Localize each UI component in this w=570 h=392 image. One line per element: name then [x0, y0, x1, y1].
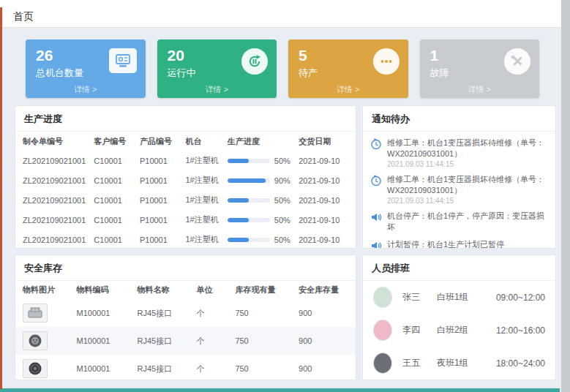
column-header: 交货日期 — [299, 136, 348, 147]
safety-qty: 900 — [299, 364, 348, 373]
safety-stock-panel: 安全库存 物料图片 物料编码 物料名称 单位 库存现有量 安全库存量 M1000… — [15, 255, 356, 380]
notification-item[interactable]: 机台停产：机台1停产，停产原因：变压器损坏 — [370, 211, 548, 233]
customer-no: C10001 — [94, 216, 140, 225]
panel-title: 生产进度 — [15, 106, 356, 132]
notification-text: 维修工单：机台1变压器损坏待维修（单号：WX202109031001） — [387, 174, 548, 195]
table-row: M100001 RJ45接口 个 750 900 — [15, 355, 356, 380]
column-header: 客户编号 — [94, 136, 140, 147]
speaker-photo — [23, 359, 48, 378]
column-header: 物料编码 — [77, 284, 138, 295]
ellipsis-icon — [373, 48, 400, 75]
delivery-date: 2021-09-10 — [299, 216, 348, 225]
stat-card-total-machines[interactable]: 26 总机台数量 详情 > — [26, 39, 146, 98]
notification-item[interactable]: 维修工单：机台1变压器损坏待维修（单号：WX202109031001） 2021… — [370, 174, 548, 205]
window-edge-right — [561, 0, 570, 392]
customer-no: C10001 — [94, 176, 140, 185]
safety-qty: 900 — [299, 309, 348, 317]
progress-bar — [228, 178, 270, 183]
order-no: ZL202109021001 — [23, 196, 94, 205]
notification-text: 维修工单：机台1变压器损坏待维修（单号：WX202109031001） — [387, 137, 548, 159]
product-no: P10001 — [140, 157, 186, 165]
machine: 1#注塑机 — [186, 234, 228, 245]
clock-icon — [370, 138, 382, 150]
notification-body: 机台停产：机台1停产，停产原因：变压器损坏 — [387, 211, 548, 233]
page-header: 首页 — [0, 0, 561, 28]
material-name: RJ45接口 — [138, 363, 197, 374]
order-no: ZL202109021001 — [23, 216, 94, 225]
panel-title: 安全库存 — [15, 255, 356, 281]
stat-card-running[interactable]: 20 运行中 详情 > — [157, 39, 277, 98]
progress-bar — [228, 198, 270, 203]
progress-cell: 90% — [228, 176, 299, 185]
column-header: 单位 — [197, 284, 236, 295]
notification-body: 计划暂停：机台1生产计划已暂停 2021.09.03 11:44:15 — [387, 239, 504, 249]
notification-list: 维修工单：机台1变压器损坏待维修（单号：WX202109031001） 2021… — [363, 132, 555, 249]
order-no: ZL202109021001 — [23, 235, 94, 244]
speaker-icon — [370, 211, 382, 223]
staff-name: 王五 — [402, 357, 437, 369]
progress-label: 50% — [274, 196, 290, 205]
machine-icon — [109, 48, 137, 73]
staff-shift: 夜班1组 — [437, 357, 496, 369]
product-no: P10001 — [140, 176, 186, 185]
staff-row: 李四 白班2组 12:00~16:00 — [363, 314, 555, 347]
progress-label: 90% — [274, 176, 290, 185]
staff-shift: 白班2组 — [437, 324, 496, 336]
progress-cell: 50% — [228, 216, 299, 225]
order-no: ZL202109021001 — [23, 157, 94, 165]
table-row: M100001 RJ45接口 个 750 900 — [15, 299, 356, 327]
column-header: 物料图片 — [23, 284, 77, 295]
panel-title: 人员排班 — [363, 255, 555, 281]
product-no: P10001 — [140, 216, 186, 225]
column-header: 生产进度 — [228, 136, 299, 147]
product-no: P10001 — [140, 235, 186, 244]
stat-card-fault[interactable]: 1 故障 详情 > — [420, 39, 540, 98]
detail-link[interactable]: 详情 > — [288, 84, 408, 95]
progress-cell: 50% — [228, 235, 299, 244]
table-row: ZL202109021001 C10001 P10001 1#注塑机 50% 2… — [15, 190, 356, 210]
material-image-cell — [23, 359, 77, 378]
delivery-date: 2021-09-10 — [299, 157, 348, 165]
stat-label: 运行中 — [168, 67, 196, 80]
notification-body: 维修工单：机台1变压器损坏待维修（单号：WX202109031001） 2021… — [387, 137, 548, 168]
table-row: ZL202109021001 C10001 P10001 1#注塑机 50% 2… — [15, 230, 356, 249]
unit: 个 — [197, 336, 236, 347]
staff-time: 12:00~16:00 — [496, 325, 545, 336]
detail-link[interactable]: 详情 > — [157, 84, 277, 95]
detail-link[interactable]: 详情 > — [26, 84, 146, 95]
stat-card-waiting[interactable]: 5 待产 详情 > — [288, 39, 408, 98]
stat-value: 26 — [36, 47, 83, 64]
clock-icon — [370, 175, 382, 186]
staff-schedule-panel: 人员排班 张三 白班1组 09:00~12:00 李四 白班2组 12:00~1… — [362, 255, 556, 380]
notification-text: 计划暂停：机台1生产计划已暂停 — [387, 239, 504, 249]
stock-qty: 750 — [235, 309, 299, 317]
detail-link[interactable]: 详情 > — [420, 84, 540, 95]
delivery-date: 2021-09-10 — [299, 235, 348, 244]
staff-row: 张三 白班1组 09:00~12:00 — [363, 281, 555, 314]
stat-info: 1 故障 — [430, 47, 449, 80]
notification-item[interactable]: 维修工单：机台1变压器损坏待维修（单号：WX202109031001） 2021… — [370, 137, 548, 168]
product-no: P10001 — [140, 196, 186, 205]
staff-row: 王五 夜班1组 18:00~24:00 — [363, 347, 555, 380]
table-header: 物料图片 物料编码 物料名称 单位 库存现有量 安全库存量 — [15, 281, 356, 299]
material-code: M100001 — [77, 309, 138, 317]
tools-icon — [504, 48, 530, 75]
notification-time: 2021.09.03 11:44:15 — [387, 160, 548, 168]
window-edge-left — [0, 7, 2, 389]
unit: 个 — [197, 363, 236, 374]
avatar — [373, 320, 392, 341]
stat-info: 5 待产 — [299, 47, 318, 80]
notification-item[interactable]: 计划暂停：机台1生产计划已暂停 2021.09.03 11:44:15 — [370, 239, 548, 249]
column-header: 安全库存量 — [299, 284, 348, 295]
rj45-connector-photo — [23, 304, 48, 323]
running-icon — [241, 48, 268, 75]
tab-home[interactable]: 首页 — [13, 10, 34, 23]
panel-title: 通知待办 — [363, 106, 555, 132]
delivery-date: 2021-09-10 — [299, 196, 348, 205]
table-row: M100001 RJ45接口 个 750 900 — [15, 327, 356, 355]
progress-bar — [228, 159, 270, 163]
staff-shift: 白班1组 — [437, 291, 496, 304]
dashboard-screen: 首页 26 总机台数量 详情 > 20 运行中 — [0, 0, 570, 392]
round-connector-photo — [23, 331, 48, 350]
notification-time: 2021.09.03 11:44:15 — [387, 197, 548, 205]
